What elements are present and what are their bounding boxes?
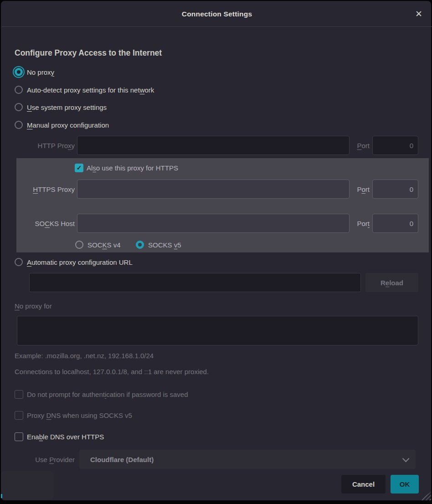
http-port-input[interactable] — [372, 136, 418, 155]
no-prompt-auth-checkbox-row[interactable]: Do not prompt for authentication if pass… — [15, 389, 188, 400]
reload-button-label: Reload — [381, 279, 403, 287]
dialog-title: Connection Settings — [2, 2, 432, 26]
provider-select-value: Cloudflare (Default) — [90, 456, 154, 463]
ok-button-label: OK — [400, 480, 410, 488]
http-proxy-row: HTTP Proxy Port — [15, 136, 418, 155]
radio-label-socks-v5: SOCKS v5 — [148, 241, 181, 249]
radio-no-proxy[interactable] — [15, 68, 23, 76]
https-port-label: Port — [353, 185, 370, 193]
no-proxy-for-textarea[interactable] — [17, 316, 418, 345]
socks-port-label: Port — [353, 220, 370, 227]
radio-option-no-proxy[interactable]: No proxy — [15, 67, 54, 77]
http-port-label: Port — [353, 142, 370, 149]
socks-host-input[interactable] — [77, 214, 350, 233]
proxy-dns-checkbox-row[interactable]: Proxy DNS when using SOCKS v5 — [15, 410, 132, 421]
http-proxy-input[interactable] — [77, 136, 350, 155]
use-provider-label: Use Provider — [15, 456, 75, 463]
socks-host-label: SOCKS Host — [15, 220, 75, 227]
enable-doh-checkbox-row[interactable]: Enable DNS over HTTPS — [15, 431, 104, 442]
enable-doh-checkbox[interactable] — [15, 432, 23, 441]
page-heading: Configure Proxy Access to the Internet — [15, 48, 162, 58]
provider-select[interactable]: Cloudflare (Default) — [79, 450, 416, 469]
radio-socks-v5[interactable] — [136, 241, 144, 249]
resize-grip[interactable] — [420, 492, 431, 500]
radio-label-auto-detect: Auto-detect proxy settings for this netw… — [27, 86, 154, 94]
socks-host-row: SOCKS Host Port — [15, 214, 418, 233]
enable-doh-label: Enable DNS over HTTPS — [27, 433, 104, 441]
radio-option-socks-v4[interactable]: SOCKS v4 — [75, 239, 121, 250]
also-https-checkbox[interactable]: ✓ — [75, 164, 83, 172]
https-proxy-label: HTTPS Proxy — [15, 185, 75, 193]
http-proxy-label: HTTP Proxy — [15, 142, 75, 149]
radio-option-use-system[interactable]: Use system proxy settings — [15, 102, 107, 113]
dialog-titlebar: Connection Settings ✕ — [2, 2, 432, 27]
radio-label-use-system: Use system proxy settings — [27, 103, 107, 111]
radio-auto-url[interactable] — [15, 258, 23, 266]
no-prompt-auth-label: Do not prompt for authentication if pass… — [27, 391, 188, 398]
cancel-button[interactable]: Cancel — [341, 475, 386, 494]
radio-option-socks-v5[interactable]: SOCKS v5 — [136, 239, 181, 250]
also-https-checkbox-row[interactable]: ✓ Also use this proxy for HTTPS — [75, 162, 178, 173]
chevron-down-icon — [402, 455, 410, 462]
proxy-dns-checkbox[interactable] — [15, 411, 23, 420]
https-proxy-input[interactable] — [77, 180, 350, 199]
proxy-dns-label: Proxy DNS when using SOCKS v5 — [27, 411, 132, 419]
no-proxy-note-text: Connections to localhost, 127.0.0.1/8, a… — [15, 368, 209, 375]
also-https-label: Also use this proxy for HTTPS — [87, 164, 178, 172]
bottom-left-panel-artifact — [1, 471, 53, 500]
https-proxy-row: HTTPS Proxy Port — [15, 180, 418, 199]
no-proxy-for-label: No proxy for — [15, 302, 52, 310]
radio-option-auto-url[interactable]: Automatic proxy configuration URL — [15, 257, 133, 267]
auto-config-url-input[interactable] — [29, 273, 361, 292]
no-prompt-auth-checkbox[interactable] — [15, 390, 23, 399]
radio-socks-v4[interactable] — [75, 241, 83, 249]
radio-label-auto-url: Automatic proxy configuration URL — [27, 258, 133, 266]
reload-button[interactable]: Reload — [365, 273, 418, 292]
radio-label-socks-v4: SOCKS v4 — [87, 241, 121, 249]
radio-option-auto-detect[interactable]: Auto-detect proxy settings for this netw… — [15, 84, 154, 95]
radio-option-manual[interactable]: Manual proxy configuration — [15, 119, 109, 130]
socks-port-input[interactable] — [372, 214, 418, 233]
radio-label-manual: Manual proxy configuration — [27, 121, 109, 129]
radio-auto-detect[interactable] — [15, 86, 23, 94]
radio-label-no-proxy: No proxy — [27, 68, 54, 76]
https-port-input[interactable] — [372, 180, 418, 199]
close-icon[interactable]: ✕ — [413, 8, 425, 20]
radio-manual[interactable] — [15, 121, 23, 129]
connection-settings-dialog: Connection Settings ✕ Configure Proxy Ac… — [1, 1, 431, 500]
ok-button[interactable]: OK — [391, 475, 419, 494]
no-proxy-example-text: Example: .mozilla.org, .net.nz, 192.168.… — [15, 352, 154, 360]
cancel-button-label: Cancel — [352, 480, 375, 488]
radio-use-system[interactable] — [15, 103, 23, 111]
accent-sliver-artifact — [1, 494, 2, 498]
screen: Connection Settings ✕ Configure Proxy Ac… — [0, 0, 432, 504]
